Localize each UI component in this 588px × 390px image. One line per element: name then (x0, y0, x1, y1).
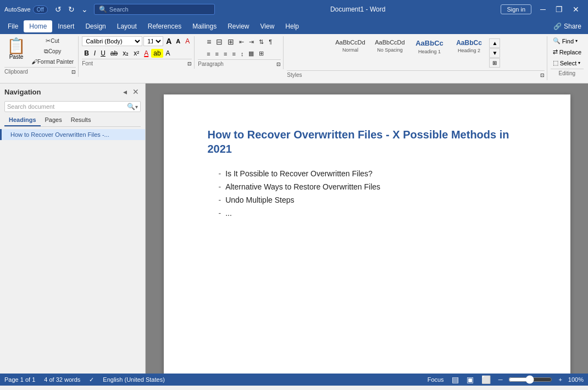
multilevel-list-button[interactable]: ⊞ (225, 36, 236, 47)
styles-scroll-down-button[interactable]: ▼ (489, 48, 500, 58)
shading-button[interactable]: A (164, 49, 173, 58)
style-item-heading-2[interactable]: AaBbCcHeading 2 (450, 36, 488, 69)
replace-icon: ⇄ (553, 48, 558, 55)
restore-button[interactable]: ❐ (551, 4, 567, 15)
highlight-button[interactable]: ab (151, 49, 163, 58)
copy-button[interactable]: ⧉ Copy (29, 47, 76, 56)
menu-item-review[interactable]: Review (222, 20, 254, 32)
clipboard-content: 📋 Paste ✂ Cut ⧉ Copy 🖌 Format Painter (4, 36, 76, 66)
sign-in-button[interactable]: Sign in (501, 4, 531, 14)
increase-indent-button[interactable]: ⇥ (247, 36, 256, 47)
shading-para-button[interactable]: ▦ (246, 49, 256, 58)
paste-label: Paste (9, 54, 24, 60)
bold-button[interactable]: B (82, 49, 91, 58)
sort-button[interactable]: ⇅ (257, 36, 266, 47)
autosave-toggle[interactable]: Off (33, 5, 48, 14)
align-left-button[interactable]: ≡ (204, 49, 212, 58)
menu-item-file[interactable]: File (2, 20, 24, 32)
font-shrink-button[interactable]: A (174, 37, 182, 45)
font-content: Calibri (Body) 11 A A A B I U ab x₂ x² A… (82, 36, 192, 58)
paragraph-dialog-button[interactable]: ⊡ (276, 62, 281, 67)
style-item-heading-1[interactable]: AaBbCcHeading 1 (410, 36, 448, 69)
show-hide-button[interactable]: ¶ (267, 36, 274, 47)
superscript-button[interactable]: x² (131, 49, 141, 58)
bullets-button[interactable]: ≡ (204, 36, 213, 47)
menu-item-mailings[interactable]: Mailings (187, 20, 222, 32)
justify-button[interactable]: ≡ (230, 49, 237, 58)
zoom-out-button[interactable]: ─ (497, 376, 504, 383)
doc-title: Document1 - Word (215, 5, 501, 13)
format-painter-button[interactable]: 🖌 Format Painter (29, 57, 76, 66)
list-dash: - (219, 182, 221, 191)
menu-item-home[interactable]: Home (24, 20, 52, 32)
nav-tab-pages[interactable]: Pages (41, 114, 66, 126)
nav-content: How to Recover Overwritten Files -... (0, 127, 145, 374)
subscript-button[interactable]: x₂ (120, 49, 131, 58)
menu-item-view[interactable]: View (255, 20, 280, 32)
font-grow-button[interactable]: A (164, 36, 173, 46)
menu-item-design[interactable]: Design (80, 20, 111, 32)
cut-button[interactable]: ✂ Cut (29, 36, 76, 46)
strikethrough-button[interactable]: ab (108, 49, 120, 58)
page-info: Page 1 of 1 (4, 376, 35, 383)
style-item-normal[interactable]: AaBbCcDdNormal (331, 36, 369, 69)
align-right-button[interactable]: ≡ (221, 49, 229, 58)
menu-item-references[interactable]: References (142, 20, 187, 32)
menu-item-insert[interactable]: Insert (52, 20, 80, 32)
list-item: -Alternative Ways to Restore Overwritten… (219, 182, 526, 191)
select-button[interactable]: ⬚ Select ▾ (551, 58, 584, 68)
editing-content: 🔍 Find ▾ ⇄ Replace ⬚ Select ▾ (551, 36, 584, 68)
more-button[interactable]: ⌄ (79, 4, 91, 15)
list-dash: - (219, 169, 221, 178)
line-spacing-button[interactable]: ↕ (238, 49, 246, 58)
style-item-no-spacing[interactable]: AaBbCcDdNo Spacing (370, 36, 409, 69)
close-button[interactable]: ✕ (568, 4, 584, 15)
list-dash: - (219, 196, 221, 204)
focus-button[interactable]: Focus (426, 376, 446, 383)
font-family-select[interactable]: Calibri (Body) (82, 36, 142, 46)
zoom-in-button[interactable]: + (557, 376, 563, 383)
redo-button[interactable]: ↻ (65, 4, 77, 15)
title-search-box[interactable]: 🔍 (94, 4, 215, 15)
title-search-icon: 🔍 (99, 5, 107, 13)
nav-tab-headings[interactable]: Headings (4, 114, 41, 126)
nav-close-button[interactable]: ✕ (131, 87, 141, 97)
title-search-input[interactable] (109, 6, 203, 13)
read-mode-button[interactable]: ▤ (450, 375, 461, 385)
clipboard-dialog-button[interactable]: ⊡ (71, 69, 76, 75)
zoom-slider[interactable] (508, 375, 552, 384)
list-text: ... (225, 209, 232, 218)
document-page[interactable]: How to Recover Overwritten Files - X Pos… (164, 94, 570, 374)
borders-button[interactable]: ⊞ (257, 49, 266, 58)
menu-items: FileHomeInsertDesignLayoutReferencesMail… (2, 20, 304, 32)
align-center-button[interactable]: ≡ (213, 49, 221, 58)
underline-button[interactable]: U (98, 49, 108, 58)
font-color-button[interactable]: A (142, 49, 151, 58)
print-layout-button[interactable]: ▣ (465, 375, 475, 385)
nav-tab-results[interactable]: Results (66, 114, 96, 126)
italic-button[interactable]: I (92, 49, 98, 58)
find-button[interactable]: 🔍 Find ▾ (551, 36, 584, 46)
menu-item-help[interactable]: Help (280, 20, 304, 32)
share-button[interactable]: 🔗 Share (549, 21, 586, 31)
styles-dialog-button[interactable]: ⊡ (540, 73, 545, 78)
nav-search-input[interactable] (7, 103, 127, 110)
ribbon: 📋 Paste ✂ Cut ⧉ Copy 🖌 Format Painter Cl… (0, 34, 588, 83)
web-layout-button[interactable]: ⬜ (480, 375, 492, 385)
font-size-select[interactable]: 11 (143, 36, 163, 46)
nav-collapse-button[interactable]: ◂ (121, 87, 129, 97)
undo-button[interactable]: ↺ (52, 4, 64, 15)
decrease-indent-button[interactable]: ⇤ (237, 36, 246, 47)
font-dialog-button[interactable]: ⊡ (187, 61, 192, 66)
styles-scroll-up-button[interactable]: ▲ (489, 38, 500, 48)
document-title: How to Recover Overwritten Files - X Pos… (208, 127, 526, 156)
numbering-button[interactable]: ⊟ (214, 36, 225, 47)
styles-more-button[interactable]: ⊞ (489, 58, 500, 68)
nav-heading-item[interactable]: How to Recover Overwritten Files -... (0, 129, 145, 140)
menu-item-layout[interactable]: Layout (112, 20, 142, 32)
replace-button[interactable]: ⇄ Replace (551, 47, 584, 57)
nav-search-dropdown-icon[interactable]: ▾ (135, 104, 138, 110)
paste-button[interactable]: 📋 Paste (4, 36, 28, 62)
clear-format-button[interactable]: A (183, 37, 192, 46)
minimize-button[interactable]: ─ (536, 4, 550, 15)
